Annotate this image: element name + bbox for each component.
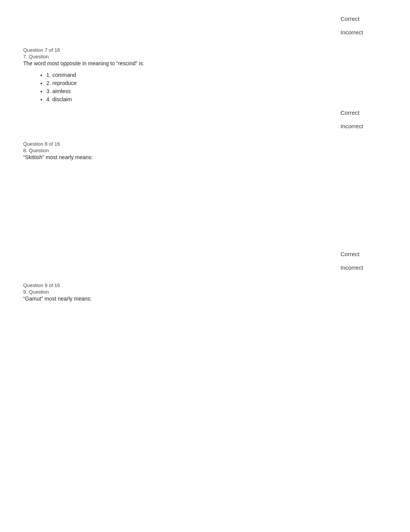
question-7-block: Question 7 of 16 7. Question The word mo… xyxy=(23,47,387,129)
option-7-2: 2. reproduce xyxy=(46,80,387,86)
option-7-3: 3. aimless xyxy=(46,88,387,94)
top-answer-section: Correct Incorrect xyxy=(23,15,387,36)
question-8-options-space xyxy=(23,166,387,251)
option-7-1: 1. command xyxy=(46,72,387,78)
correct-label-8: Correct xyxy=(341,251,387,257)
incorrect-row-7: Incorrect xyxy=(23,123,387,129)
question-8-number: Question 8 of 16 xyxy=(23,141,387,147)
question-9-label: 9. Question xyxy=(23,289,387,295)
incorrect-label-8: Incorrect xyxy=(341,264,387,271)
question-8-text: “Skittish” most nearly means: xyxy=(23,154,387,160)
question-9-number: Question 9 of 16 xyxy=(23,282,387,288)
correct-label-top: Correct xyxy=(341,15,387,22)
incorrect-row-8: Incorrect xyxy=(23,264,387,271)
option-7-4: 4. disclaim xyxy=(46,96,387,102)
correct-row-top: Correct xyxy=(23,15,387,22)
correct-row-8: Correct xyxy=(23,251,387,257)
question-7-text: The word most opposite in meaning to “re… xyxy=(23,60,387,66)
question-7-label: 7. Question xyxy=(23,54,387,59)
incorrect-row-top: Incorrect xyxy=(23,29,387,36)
question-9-block: Question 9 of 16 9. Question “Gamut” mos… xyxy=(23,282,387,302)
question-7-number: Question 7 of 16 xyxy=(23,47,387,53)
question-9-text: “Gamut” most nearly means: xyxy=(23,296,387,302)
correct-row-7: Correct xyxy=(23,109,387,116)
correct-label-7: Correct xyxy=(341,109,387,116)
incorrect-label-7: Incorrect xyxy=(341,123,387,129)
incorrect-label-top: Incorrect xyxy=(341,29,387,36)
question-8-label: 8. Question xyxy=(23,148,387,153)
question-7-options: 1. command 2. reproduce 3. aimless 4. di… xyxy=(23,72,387,102)
question-8-block: Question 8 of 16 8. Question “Skittish” … xyxy=(23,141,387,271)
